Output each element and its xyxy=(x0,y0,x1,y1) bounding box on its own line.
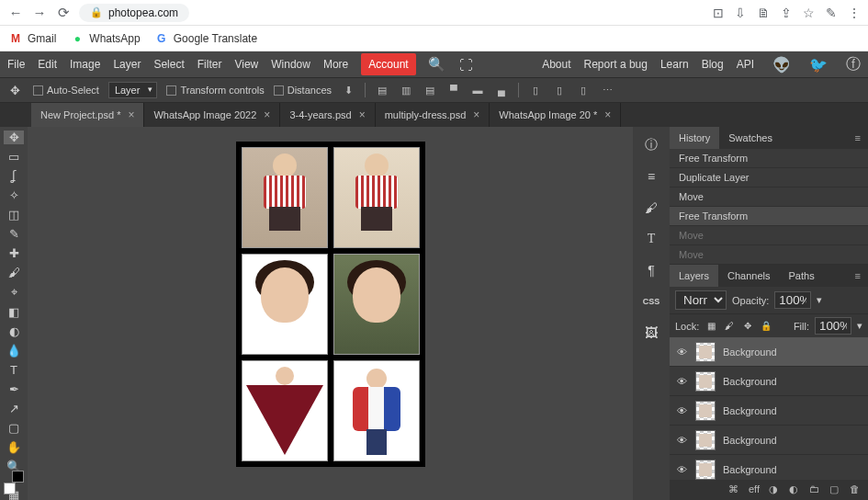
tab-whatsapp-1[interactable]: WhatsApp Image 2022× xyxy=(144,103,280,127)
menu-edit[interactable]: Edit xyxy=(38,58,57,71)
blend-mode-select[interactable]: Normal xyxy=(675,290,727,310)
trash-icon[interactable]: 🗑 xyxy=(850,483,862,496)
lock-move-icon[interactable]: ✥ xyxy=(741,320,754,333)
align-bottom-icon[interactable]: ▄ xyxy=(494,83,509,97)
distribute-sp-icon[interactable]: ▯ xyxy=(576,83,591,97)
tab-paths[interactable]: Paths xyxy=(780,265,824,287)
menu-file[interactable]: File xyxy=(7,58,25,71)
history-item[interactable]: Move xyxy=(670,245,868,265)
tab-multiply-dress[interactable]: multiply-dress.psd× xyxy=(376,103,490,127)
adjust-icon[interactable]: ◐ xyxy=(789,483,802,496)
doc-icon[interactable]: 🗎 xyxy=(757,6,770,20)
new-layer-icon[interactable]: ▢ xyxy=(829,483,842,496)
more-align-icon[interactable]: ⋯ xyxy=(600,83,614,97)
download-icon[interactable]: ⬇ xyxy=(341,83,355,97)
menu-learn[interactable]: Learn xyxy=(660,58,689,71)
layer-row[interactable]: 👁Background xyxy=(670,337,868,367)
rect-select-tool[interactable]: ▭ xyxy=(4,150,24,164)
twitter-icon[interactable]: 🐦 xyxy=(809,56,828,74)
image-thumb[interactable] xyxy=(333,360,420,461)
menu-api[interactable]: API xyxy=(737,58,754,71)
opt-distances[interactable]: Distances xyxy=(274,85,332,96)
align-left-icon[interactable]: ▤ xyxy=(375,83,389,97)
align-center-h-icon[interactable]: ▥ xyxy=(399,83,413,97)
opacity-input[interactable] xyxy=(774,291,811,309)
tab-3-4-years[interactable]: 3-4-years.psd× xyxy=(280,103,375,127)
character-icon[interactable]: T xyxy=(640,228,662,250)
eye-icon[interactable]: 👁 xyxy=(675,434,688,447)
blur-tool[interactable]: 💧 xyxy=(4,344,24,358)
chevron-down-icon[interactable]: ▾ xyxy=(817,294,822,306)
tab-layers[interactable]: Layers xyxy=(670,265,718,287)
path-tool[interactable]: ↗ xyxy=(4,402,24,415)
image-thumb[interactable] xyxy=(242,360,328,461)
menu-view[interactable]: View xyxy=(234,58,258,71)
fx-label[interactable]: eff xyxy=(749,483,761,496)
history-item[interactable]: Move xyxy=(670,188,868,207)
menu-select[interactable]: Select xyxy=(153,58,184,71)
tab-swatches[interactable]: Swatches xyxy=(719,127,782,149)
layer-row[interactable]: 👁Background xyxy=(670,426,868,455)
eyedropper-tool[interactable]: ✎ xyxy=(4,227,24,241)
wand-tool[interactable]: ✧ xyxy=(4,188,24,202)
opt-transform-controls[interactable]: Transform controls xyxy=(166,85,264,96)
image-thumb[interactable] xyxy=(242,147,328,248)
pen-tool[interactable]: ✒ xyxy=(4,382,24,396)
canvas[interactable] xyxy=(236,142,425,467)
menu-filter[interactable]: Filter xyxy=(197,58,222,71)
opt-layer-select[interactable]: Layer xyxy=(108,82,158,98)
image-icon[interactable]: 🖼 xyxy=(640,322,662,344)
address-bar[interactable]: 🔒 photopea.com xyxy=(79,4,189,22)
brush-tool[interactable]: 🖌 xyxy=(4,266,24,279)
opt-auto-select[interactable]: Auto-Select xyxy=(33,85,99,96)
history-item[interactable]: Free Transform xyxy=(670,149,868,168)
image-thumb[interactable] xyxy=(333,254,420,355)
bookmark-whatsapp[interactable]: ● WhatsApp xyxy=(71,32,140,45)
shape-tool[interactable]: ▢ xyxy=(4,421,24,435)
install-icon[interactable]: ⊡ xyxy=(713,6,724,20)
close-icon[interactable]: × xyxy=(604,108,611,121)
layer-row[interactable]: 👁Background xyxy=(670,367,868,396)
menu-more[interactable]: More xyxy=(323,58,348,71)
close-icon[interactable]: × xyxy=(128,108,134,121)
panel-menu-icon[interactable]: ≡ xyxy=(848,132,868,143)
align-middle-icon[interactable]: ▬ xyxy=(470,83,485,97)
forward-icon[interactable]: → xyxy=(31,5,48,21)
history-item[interactable]: Duplicate Layer xyxy=(670,168,868,188)
menu-layer[interactable]: Layer xyxy=(113,58,141,71)
crop-tool[interactable]: ◫ xyxy=(4,208,24,222)
brush screens-icon[interactable]: 🖌 xyxy=(640,197,662,219)
distribute-v-icon[interactable]: ▯ xyxy=(552,83,567,97)
tab-channels[interactable]: Channels xyxy=(718,265,779,287)
folder-icon[interactable]: 🗀 xyxy=(809,483,822,496)
gradient-tool[interactable]: ◐ xyxy=(4,324,24,338)
download-icon[interactable]: ⇩ xyxy=(735,6,746,20)
menu-report[interactable]: Report a bug xyxy=(584,58,648,71)
image-thumb[interactable] xyxy=(242,254,328,355)
share-icon[interactable]: ⇪ xyxy=(781,6,792,20)
info-icon[interactable]: ⓘ xyxy=(640,134,662,156)
align-right-icon[interactable]: ▤ xyxy=(423,83,437,97)
link-icon[interactable]: ⌘ xyxy=(728,483,741,496)
menu-about[interactable]: About xyxy=(542,58,570,71)
image-thumb[interactable] xyxy=(333,147,420,248)
menu-icon[interactable]: ⋮ xyxy=(848,6,861,20)
mask-icon[interactable]: ◑ xyxy=(769,483,782,496)
facebook-icon[interactable]: ⓕ xyxy=(846,55,861,74)
lasso-tool[interactable]: ʆ xyxy=(4,169,24,183)
star-icon[interactable]: ☆ xyxy=(803,6,815,20)
eye-icon[interactable]: 👁 xyxy=(675,463,688,476)
align-top-icon[interactable]: ▀ xyxy=(446,83,461,97)
bookmark-translate[interactable]: G Google Translate xyxy=(155,32,257,45)
move-tool[interactable]: ✥ xyxy=(4,131,24,144)
css-icon[interactable]: CSS xyxy=(640,290,662,312)
bookmark-gmail[interactable]: M Gmail xyxy=(9,32,56,45)
eraser-tool[interactable]: ◧ xyxy=(4,305,24,319)
menu-image[interactable]: Image xyxy=(70,58,100,71)
tab-whatsapp-2[interactable]: WhatsApp Image 20 *× xyxy=(490,103,621,127)
tab-history[interactable]: History xyxy=(670,127,719,149)
canvas-area[interactable] xyxy=(28,127,633,500)
back-icon[interactable]: ← xyxy=(7,5,24,21)
close-icon[interactable]: × xyxy=(264,108,270,121)
hand-tool[interactable]: ✋ xyxy=(4,440,24,454)
